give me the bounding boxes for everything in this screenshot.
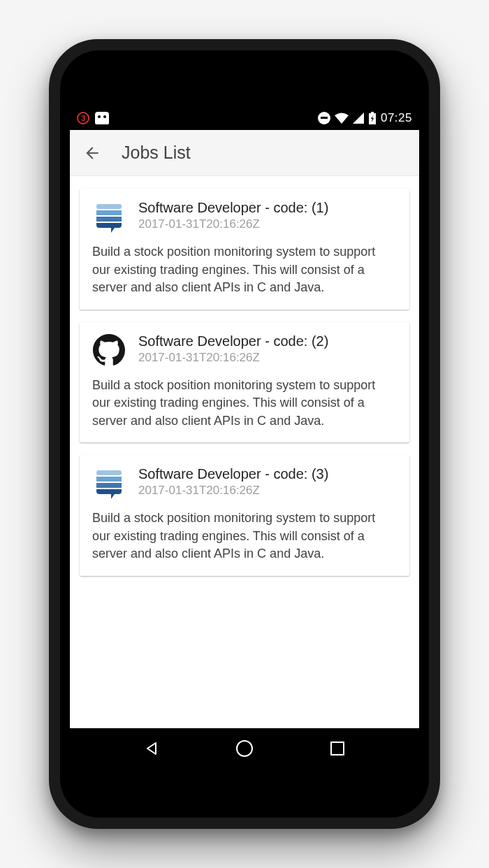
nav-bar — [70, 728, 419, 769]
svg-rect-2 — [96, 204, 122, 209]
job-description: Build a stock position monitoring system… — [92, 509, 397, 563]
job-title: Software Developer - code: (2) — [138, 333, 397, 349]
github-icon — [92, 333, 126, 367]
nav-back-button[interactable] — [141, 738, 162, 759]
svg-point-8 — [237, 741, 252, 756]
job-title: Software Developer - code: (1) — [138, 200, 397, 216]
job-description: Build a stock position monitoring system… — [92, 377, 397, 431]
job-card[interactable]: Software Developer - code: (2) 2017-01-3… — [80, 322, 409, 443]
job-description: Build a stock position monitoring system… — [92, 243, 397, 297]
svg-rect-5 — [96, 470, 122, 475]
arrow-back-icon — [83, 144, 101, 162]
job-card[interactable]: Software Developer - code: (3) 2017-01-3… — [80, 455, 409, 576]
job-list[interactable]: Software Developer - code: (1) 2017-01-3… — [70, 176, 419, 728]
svg-rect-3 — [96, 210, 122, 215]
wifi-icon — [335, 113, 349, 124]
back-button[interactable] — [82, 143, 102, 163]
clock: 07:25 — [381, 111, 412, 125]
nav-home-button[interactable] — [234, 738, 255, 759]
svg-rect-7 — [96, 483, 122, 488]
circle-home-icon — [235, 739, 254, 758]
job-timestamp: 2017-01-31T20:16:26Z — [138, 217, 397, 231]
app-bar: Jobs List — [70, 130, 419, 176]
page-title: Jobs List — [122, 143, 191, 163]
triangle-back-icon — [143, 740, 160, 757]
phone-frame: 3 07:25 — [49, 39, 440, 829]
svg-rect-4 — [96, 217, 122, 222]
stackexchange-icon — [92, 466, 126, 500]
debug-icon[interactable] — [95, 112, 109, 124]
job-timestamp: 2017-01-31T20:16:26Z — [138, 351, 397, 365]
nav-recents-button[interactable] — [327, 738, 348, 759]
stackexchange-icon — [92, 200, 126, 233]
square-recents-icon — [330, 741, 345, 756]
job-timestamp: 2017-01-31T20:16:26Z — [138, 484, 397, 498]
svg-rect-9 — [331, 742, 344, 755]
do-not-disturb-icon — [318, 112, 330, 124]
battery-charging-icon — [368, 112, 377, 124]
job-card[interactable]: Software Developer - code: (1) 2017-01-3… — [80, 189, 409, 310]
job-title: Software Developer - code: (3) — [138, 466, 397, 482]
notification-badge[interactable]: 3 — [77, 112, 89, 124]
signal-icon — [353, 113, 364, 124]
screen: 3 07:25 — [70, 106, 419, 769]
svg-rect-1 — [371, 112, 374, 113]
status-bar: 3 07:25 — [70, 106, 419, 130]
svg-rect-6 — [96, 477, 122, 482]
notification-count: 3 — [81, 114, 85, 122]
